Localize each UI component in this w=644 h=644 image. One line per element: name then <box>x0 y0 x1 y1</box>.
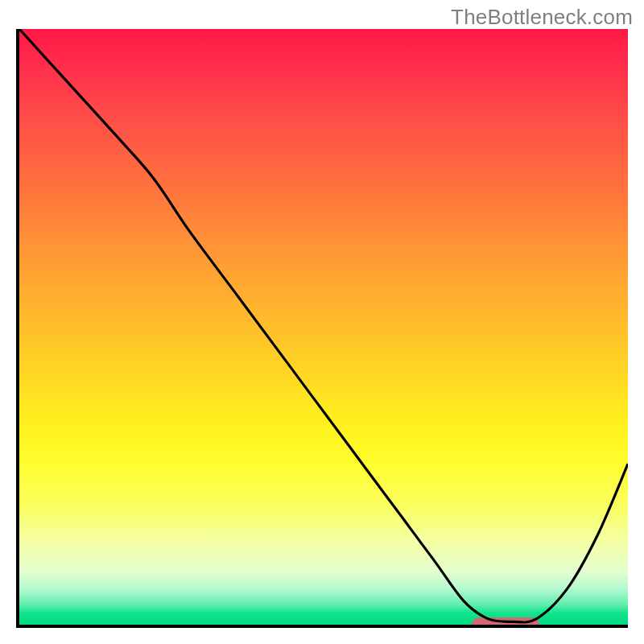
curve-path <box>19 29 628 622</box>
plot-area <box>16 29 628 628</box>
watermark: TheBottleneck.com <box>451 5 633 30</box>
chart-root: TheBottleneck.com <box>0 0 644 644</box>
curve-svg <box>19 29 628 625</box>
